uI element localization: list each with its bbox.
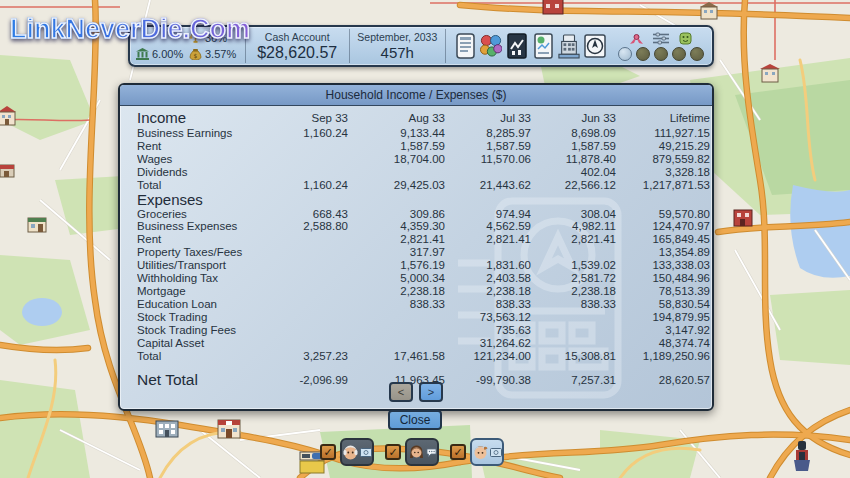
- coin-button-3[interactable]: [654, 47, 668, 61]
- row-label: Capital Asset: [137, 337, 269, 350]
- section-income: Income: [137, 109, 269, 127]
- contracts-icon[interactable]: [532, 32, 554, 60]
- cell: 838.33: [531, 298, 616, 311]
- close-button[interactable]: Close: [388, 410, 442, 430]
- cell: 2,238.18: [531, 285, 616, 298]
- cell: 17,461.58: [348, 350, 445, 363]
- compass-icon[interactable]: [584, 32, 606, 60]
- cell: 121,234.00: [445, 350, 531, 363]
- previous-page-button[interactable]: <: [389, 382, 413, 402]
- row-label: Dividends: [137, 166, 269, 179]
- cell: 78,513.39: [616, 285, 710, 298]
- elderly-man-avatar: [342, 443, 359, 461]
- cell: 2,403.58: [445, 272, 531, 285]
- cell: 1,160.24: [269, 179, 348, 192]
- cash-account-value: $28,620.57: [257, 44, 337, 62]
- skills-icon[interactable]: [480, 32, 502, 60]
- stock-market-icon[interactable]: [506, 32, 528, 60]
- coin-button-5[interactable]: [690, 47, 704, 61]
- section-header-row: Expenses: [137, 192, 710, 208]
- character-bar: ✓ ✓ ✓: [320, 438, 504, 466]
- cell: 111,927.15: [616, 127, 710, 140]
- row-label: Rent: [137, 140, 269, 153]
- character-group-2: ✓: [385, 438, 439, 466]
- cell: 402.04: [531, 166, 616, 179]
- cell: 4,562.59: [445, 220, 531, 233]
- cell: 1,831.60: [445, 259, 531, 272]
- cell: 1,587.59: [445, 140, 531, 153]
- table-header-row: Income Sep 33 Aug 33 Jul 33 Jun 33 Lifet…: [137, 109, 710, 127]
- checklist-icon[interactable]: [454, 32, 476, 60]
- cell: [269, 337, 348, 350]
- coin-button-1[interactable]: [618, 47, 632, 61]
- cell: 5,000.34: [348, 272, 445, 285]
- table-row: Stock Trading 73,563.12 194,879.95: [137, 311, 710, 324]
- money-bag-icon: $: [189, 48, 202, 60]
- cell: 49,215.29: [616, 140, 710, 153]
- column-header: Jul 33: [445, 109, 531, 127]
- cell: [269, 259, 348, 272]
- cell: 4,982.11: [531, 220, 616, 233]
- bank-building-icon[interactable]: [558, 32, 580, 60]
- table-row: Rent 2,821.41 2,821.41 2,821.41 165,849.…: [137, 233, 710, 246]
- cell: 29,425.03: [348, 179, 445, 192]
- cell: 59,570.80: [616, 208, 710, 221]
- cell: 22,566.12: [531, 179, 616, 192]
- coin-button-4[interactable]: [672, 47, 686, 61]
- table-row: Business Earnings 1,160.24 9,133.44 8,28…: [137, 127, 710, 140]
- cell: [269, 166, 348, 179]
- character-portrait-3[interactable]: [470, 438, 504, 466]
- cell: 150,484.96: [616, 272, 710, 285]
- cell: 3,257.23: [269, 350, 348, 363]
- face-icon[interactable]: [678, 32, 693, 45]
- character-portrait-2[interactable]: [405, 438, 439, 466]
- cell: 668.43: [269, 208, 348, 221]
- character-checkbox-1[interactable]: ✓: [320, 444, 336, 460]
- cell: 15,308.81: [531, 350, 616, 363]
- cell: [269, 140, 348, 153]
- section-expenses: Expenses: [137, 192, 710, 208]
- table-row: Utilities/Transport 1,576.19 1,831.60 1,…: [137, 259, 710, 272]
- cell: 309.86: [348, 208, 445, 221]
- bank-rate-value: 6.00%: [152, 48, 186, 60]
- cell: 2,821.41: [445, 233, 531, 246]
- column-header: Sep 33: [269, 109, 348, 127]
- character-checkbox-2[interactable]: ✓: [385, 444, 401, 460]
- sliders-icon[interactable]: [652, 32, 670, 45]
- quick-actions-section: [614, 27, 712, 65]
- table-row: Wages 18,704.00 11,570.06 11,878.40 879,…: [137, 153, 710, 166]
- coin-buttons: [618, 46, 704, 62]
- money-badge-icon: [490, 448, 502, 457]
- column-header: Aug 33: [348, 109, 445, 127]
- cell: 31,264.62: [445, 337, 531, 350]
- dialog-title: Household Income / Expenses ($): [120, 85, 712, 106]
- cell: 165,849.45: [616, 233, 710, 246]
- column-header: Lifetime: [616, 109, 710, 127]
- ribbon-icon[interactable]: [629, 32, 644, 45]
- cell: [348, 311, 445, 324]
- cell: 1,576.19: [348, 259, 445, 272]
- row-label: Stock Trading: [137, 311, 269, 324]
- cell: 13,354.89: [616, 246, 710, 259]
- man-avatar: [472, 443, 489, 461]
- cell: [531, 311, 616, 324]
- watermark-text: LinkNeverDie.Com: [10, 14, 250, 45]
- character-checkbox-3[interactable]: ✓: [450, 444, 466, 460]
- cell: [531, 246, 616, 259]
- cash-account-label: Cash Account: [265, 31, 330, 43]
- next-page-button[interactable]: >: [419, 382, 443, 402]
- cell: 21,443.62: [445, 179, 531, 192]
- chat-badge-icon: [426, 448, 437, 457]
- cell: 3,147.92: [616, 324, 710, 337]
- character-portrait-1[interactable]: [340, 438, 374, 466]
- cell: 18,704.00: [348, 153, 445, 166]
- income-expenses-table: Income Sep 33 Aug 33 Jul 33 Jun 33 Lifet…: [137, 109, 710, 398]
- row-label: Mortgage: [137, 285, 269, 298]
- character-group-3: ✓: [450, 438, 504, 466]
- row-label: Rent: [137, 233, 269, 246]
- cell: 1,587.59: [531, 140, 616, 153]
- cell: [445, 166, 531, 179]
- cell: 194,879.95: [616, 311, 710, 324]
- coin-button-2[interactable]: [636, 47, 650, 61]
- calendar-section: September, 2033 457h: [349, 27, 445, 65]
